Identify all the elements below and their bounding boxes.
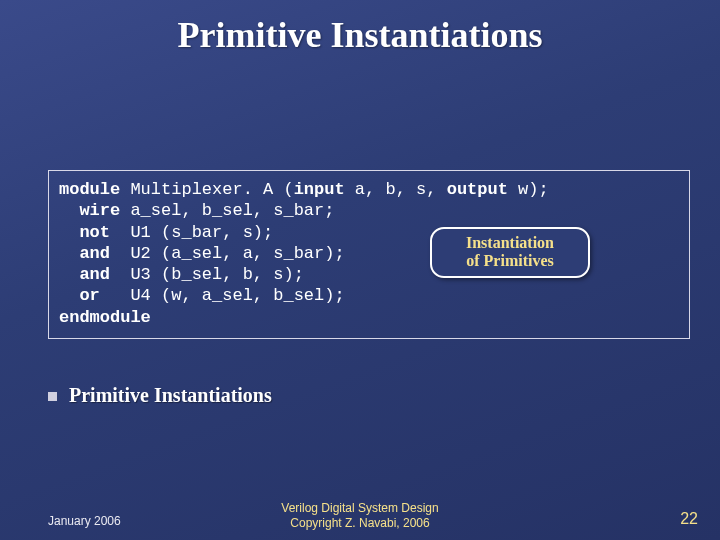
keyword-input: input (294, 180, 345, 199)
code-text: U4 (w, a_sel, b_sel); (100, 286, 345, 305)
code-text: U2 (a_sel, a, s_bar); (110, 244, 345, 263)
code-text: a_sel, b_sel, s_bar; (120, 201, 334, 220)
keyword-output: output (447, 180, 508, 199)
code-text: w); (508, 180, 549, 199)
keyword-and: and (79, 265, 110, 284)
bullet-item: Primitive Instantiations (48, 384, 272, 407)
keyword-and: and (79, 244, 110, 263)
keyword-endmodule: endmodule (59, 308, 151, 327)
callout-line1: Instantiation (440, 234, 580, 252)
footer-page-number: 22 (680, 510, 698, 528)
bullet-text: Primitive Instantiations (69, 384, 272, 406)
callout-box: Instantiation of Primitives (430, 227, 590, 278)
code-text: U1 (s_bar, s); (110, 223, 273, 242)
footer-center: Verilog Digital System Design Copyright … (0, 501, 720, 530)
code-text: a, b, s, (345, 180, 447, 199)
footer-center-line1: Verilog Digital System Design (0, 501, 720, 515)
keyword-module: module (59, 180, 120, 199)
slide-title: Primitive Instantiations (0, 0, 720, 56)
footer-center-line2: Copyright Z. Navabi, 2006 (0, 516, 720, 530)
code-block: module Multiplexer. A (input a, b, s, ou… (48, 170, 690, 339)
callout-line2: of Primitives (440, 252, 580, 270)
code-text: U3 (b_sel, b, s); (110, 265, 304, 284)
code-text: Multiplexer. A ( (120, 180, 293, 199)
keyword-wire: wire (79, 201, 120, 220)
bullet-square-icon (48, 392, 57, 401)
keyword-or: or (79, 286, 99, 305)
keyword-not: not (79, 223, 110, 242)
